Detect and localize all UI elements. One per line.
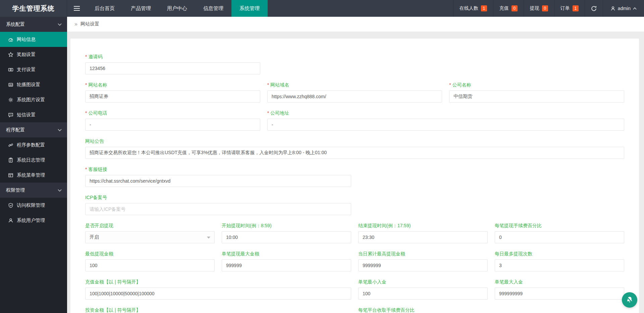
withdraw-min-input[interactable] (85, 259, 215, 271)
announcement-input[interactable] (85, 147, 624, 159)
tab-dashboard[interactable]: 后台首页 (87, 0, 123, 17)
site-domain-input[interactable] (267, 90, 442, 103)
tab-user-center[interactable]: 用户中心 (159, 0, 195, 17)
field-label: 每日最多提现次数 (495, 251, 624, 257)
sidebar-item-label: 系统日志管理 (17, 157, 45, 163)
sidebar-item-program-params[interactable]: 程序参数配置 (0, 137, 67, 152)
section-title: 权限管理 (6, 187, 25, 193)
company-name-input[interactable] (449, 90, 624, 103)
field-label: *网站名称 (85, 82, 260, 88)
user-name: admin (618, 6, 631, 11)
deposit-max-input[interactable] (495, 288, 624, 300)
sidebar-item-access-permissions[interactable]: 访问权限管理 (0, 198, 67, 213)
settings-form: *邀请码 *网站名称 *网站域名 *公司名称 *公司电话 (85, 54, 624, 313)
stat-online-users[interactable]: 在线人数 1 (453, 0, 493, 17)
shield-icon (8, 203, 13, 208)
hamburger-icon (74, 6, 80, 11)
stat-withdraw[interactable]: 提现 0 (524, 0, 554, 17)
breadcrumb: » 网站设置 (67, 17, 644, 32)
sidebar-item-system-menus[interactable]: 系统菜单管理 (0, 168, 67, 183)
sidebar-item-reward-settings[interactable]: 奖励设置 (0, 47, 67, 62)
field-label: *公司电话 (85, 110, 260, 116)
field-label: 最低提现金额 (85, 251, 215, 257)
top-bar: 学生管理系统 后台首页 产品管理 用户中心 信息管理 系统管理 在线人数 1 充… (0, 0, 644, 17)
tab-info[interactable]: 信息管理 (195, 0, 231, 17)
star-icon (8, 52, 13, 57)
log-icon (8, 158, 13, 163)
site-name-input[interactable] (85, 90, 260, 103)
field-withdraw-times: 每日最多提现次数 (495, 251, 624, 271)
field-recharge-amounts: 充值金额【以 | 符号隔开】 (85, 279, 351, 300)
tab-products[interactable]: 产品管理 (123, 0, 159, 17)
sidebar-section-system-config[interactable]: 系统配置 (0, 17, 67, 32)
company-phone-input[interactable] (85, 119, 260, 131)
field-service-link: *客服链接 (85, 166, 351, 187)
stat-label: 在线人数 (460, 5, 478, 11)
withdraw-max-daily-input[interactable] (358, 259, 488, 271)
sidebar-item-label: 奖励设置 (17, 52, 36, 58)
top-bar-right: 在线人数 1 充值 0 提现 0 订单 1 admin (453, 0, 644, 17)
hamburger-menu-button[interactable] (67, 0, 87, 17)
service-link-input[interactable] (85, 175, 351, 187)
chevron-down-icon (58, 189, 62, 192)
field-label: *网站域名 (267, 82, 442, 88)
page-title: 网站设置 (80, 21, 99, 27)
field-company-phone: *公司电话 (85, 110, 260, 131)
app-title: 学生管理系统 (0, 0, 67, 17)
withdraw-max-single-input[interactable] (222, 259, 351, 271)
top-nav: 后台首页 产品管理 用户中心 信息管理 系统管理 (87, 0, 268, 17)
withdraw-end-input[interactable] (358, 231, 488, 243)
menu-grid-icon (8, 173, 13, 178)
recharge-amounts-input[interactable] (85, 288, 351, 300)
stat-badge: 1 (481, 5, 487, 11)
link-icon (8, 142, 13, 148)
field-label: *邀请码 (85, 54, 260, 60)
notification-mute-button[interactable] (622, 292, 637, 308)
icp-input[interactable] (85, 203, 351, 215)
breadcrumb-separator-icon: » (74, 21, 77, 27)
sidebar-item-payment-settings[interactable]: 支付设置 (0, 62, 67, 77)
deposit-min-input[interactable] (358, 288, 488, 300)
sidebar-item-carousel-settings[interactable]: 轮播图设置 (0, 77, 67, 92)
field-withdraw-max-single: 单笔提现最大金额 (222, 251, 351, 271)
sidebar-item-sms-settings[interactable]: 短信设置 (0, 107, 67, 122)
image-icon (8, 82, 13, 87)
required-asterisk: * (267, 110, 269, 116)
withdraw-start-input[interactable] (222, 231, 351, 243)
sidebar-item-label: 程序参数配置 (17, 142, 45, 148)
sidebar-item-label: 网站信息 (17, 37, 36, 43)
field-site-domain: *网站域名 (267, 82, 442, 103)
refresh-button[interactable] (585, 0, 603, 17)
stat-orders[interactable]: 订单 1 (554, 0, 585, 17)
sidebar-section-program-config[interactable]: 程序配置 (0, 122, 67, 137)
message-icon (8, 112, 13, 118)
sidebar-item-system-images[interactable]: 系统图片设置 (0, 92, 67, 107)
company-address-input[interactable] (267, 119, 624, 131)
stat-recharge[interactable]: 充值 0 (493, 0, 524, 17)
sidebar-item-website-info[interactable]: 网站信息 (0, 32, 67, 47)
stat-badge: 0 (512, 5, 518, 11)
chevron-down-icon (58, 129, 62, 131)
sidebar-item-system-logs[interactable]: 系统日志管理 (0, 152, 67, 168)
sidebar-section-permissions[interactable]: 权限管理 (0, 183, 67, 198)
field-label: *公司名称 (449, 82, 624, 88)
section-title: 系统配置 (6, 21, 25, 27)
field-label: ICP备案号 (85, 194, 351, 200)
gear-icon (8, 97, 13, 103)
invite-code-input[interactable] (85, 62, 260, 74)
sidebar: 系统配置 网站信息 奖励设置 支付设置 轮播图设置 系统图片设置 短信设置 (0, 17, 67, 313)
section-title: 程序配置 (6, 127, 25, 133)
chevron-down-icon (207, 237, 210, 239)
tab-system[interactable]: 系统管理 (231, 0, 268, 17)
user-menu[interactable]: admin (603, 0, 644, 17)
withdraw-times-input[interactable] (495, 259, 624, 271)
field-label: 开始提现时间(例：8:59) (222, 223, 351, 229)
field-deposit-max: 单笔最大入金 (495, 279, 624, 300)
withdraw-fee-input[interactable] (495, 231, 624, 243)
field-withdraw-start: 开始提现时间(例：8:59) (222, 223, 351, 243)
sidebar-item-label: 系统菜单管理 (17, 172, 45, 178)
field-label: 充值金额【以 | 符号隔开】 (85, 279, 351, 285)
sidebar-item-system-users[interactable]: 系统用户管理 (0, 213, 67, 228)
withdraw-enabled-select[interactable]: 开启 (85, 231, 215, 243)
field-label: 每笔平台收取手续费百分比 (358, 307, 488, 313)
